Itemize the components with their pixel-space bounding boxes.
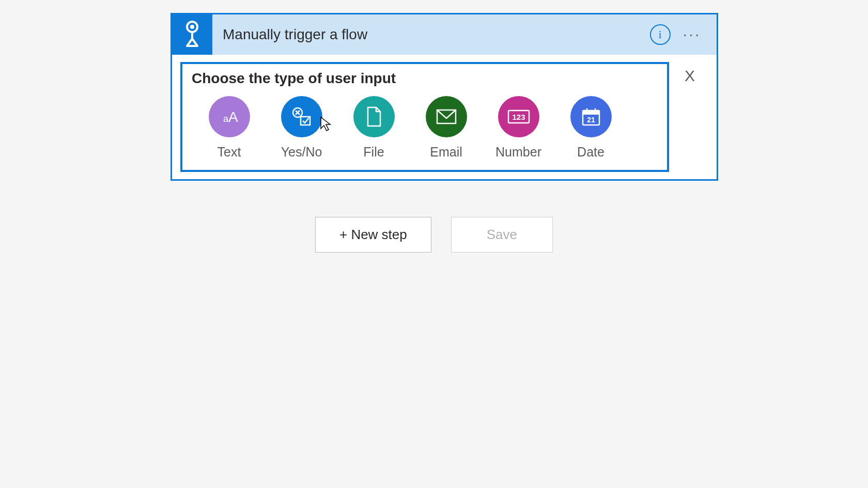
input-type-text[interactable]: a A Text: [207, 96, 251, 160]
svg-text:21: 21: [587, 116, 595, 124]
input-type-row: a A Text Yes/No: [192, 96, 658, 160]
text-icon: a A: [209, 96, 250, 137]
date-icon: 21: [570, 96, 612, 137]
trigger-header: Manually trigger a flow i ···: [172, 14, 717, 55]
save-button[interactable]: Save: [451, 217, 553, 253]
panel-heading: Choose the type of user input: [192, 70, 658, 87]
trigger-card: Manually trigger a flow i ··· Choose the…: [171, 13, 718, 181]
input-type-email[interactable]: Email: [424, 96, 468, 160]
info-icon[interactable]: i: [650, 24, 671, 45]
action-row: + New step Save: [0, 217, 868, 253]
type-label: Text: [218, 145, 241, 160]
yesno-icon: [281, 96, 322, 137]
number-icon: 123: [498, 96, 539, 137]
input-type-number[interactable]: 123 Number: [497, 96, 540, 160]
close-button[interactable]: X: [679, 62, 708, 85]
type-label: File: [363, 145, 384, 160]
svg-text:123: 123: [512, 113, 525, 121]
svg-rect-10: [583, 111, 599, 115]
trigger-body: Choose the type of user input a A Text: [172, 55, 717, 179]
svg-text:A: A: [228, 109, 238, 125]
type-label: Date: [577, 145, 605, 160]
input-type-yesno[interactable]: Yes/No: [280, 96, 323, 160]
input-type-file[interactable]: File: [352, 96, 396, 160]
type-label: Number: [495, 145, 541, 160]
new-step-button[interactable]: + New step: [315, 217, 431, 253]
type-label: Yes/No: [281, 145, 322, 160]
input-type-panel: Choose the type of user input a A Text: [180, 62, 669, 172]
more-menu-button[interactable]: ···: [683, 26, 701, 43]
file-icon: [353, 96, 395, 137]
trigger-title: Manually trigger a flow: [212, 26, 650, 43]
input-type-date[interactable]: 21 Date: [569, 96, 613, 160]
type-label: Email: [430, 145, 462, 160]
email-icon: [426, 96, 467, 137]
svg-point-1: [190, 25, 194, 29]
trigger-icon: [172, 14, 212, 55]
